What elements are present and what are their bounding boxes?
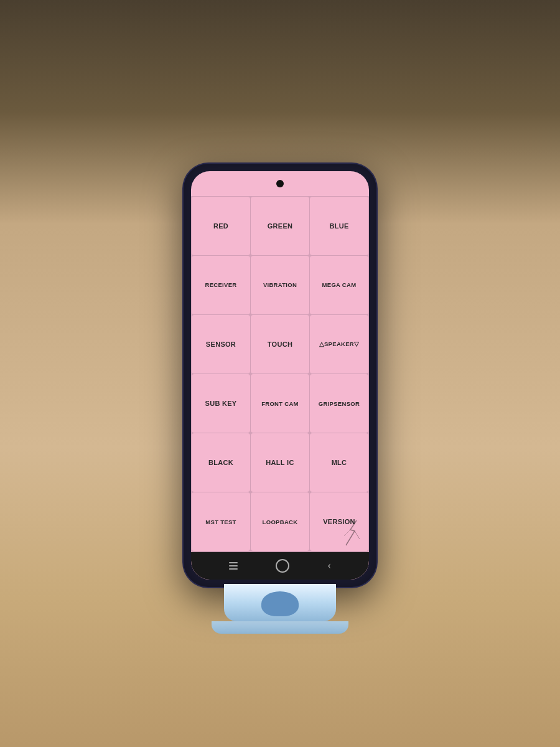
grid-cell-gripsensor[interactable]: GRIPSENSOR <box>310 374 368 433</box>
test-menu-grid: RED GREEN BLUE RECEIVER VIBRATION MEGA C… <box>191 196 369 552</box>
grid-cell-green[interactable]: GREEN <box>251 197 309 255</box>
phone-device: RED GREEN BLUE RECEIVER VIBRATION MEGA C… <box>184 164 376 587</box>
grid-cell-red[interactable]: RED <box>192 197 250 255</box>
stand-mascot <box>261 591 299 616</box>
grid-cell-sub-key[interactable]: SUB KEY <box>192 374 250 433</box>
grid-cell-hall-ic[interactable]: HALL IC <box>251 433 309 492</box>
cell-label-vibration: VIBRATION <box>263 281 297 288</box>
grid-cell-vibration[interactable]: VIBRATION <box>251 256 309 314</box>
cell-label-red: RED <box>213 222 228 230</box>
cell-label-version: VERSION <box>323 518 355 525</box>
grid-cell-loopback[interactable]: LOOPBACK <box>251 492 309 551</box>
home-button[interactable] <box>276 559 289 573</box>
cell-label-sensor: SENSOR <box>206 341 236 348</box>
phone-stand-wrapper: RED GREEN BLUE RECEIVER VIBRATION MEGA C… <box>184 164 376 634</box>
camera-hole <box>276 180 284 187</box>
cell-label-green: GREEN <box>268 222 293 230</box>
nav-line-1 <box>229 562 238 563</box>
grid-cell-front-cam[interactable]: FRONT CAM <box>251 374 309 433</box>
phone-stand <box>224 584 336 621</box>
grid-cell-mega-cam[interactable]: MEGA CAM <box>310 256 368 314</box>
grid-cell-version[interactable]: VERSION <box>310 492 368 551</box>
cell-label-sub-key: SUB KEY <box>205 400 237 407</box>
cell-label-front-cam: FRONT CAM <box>261 400 299 407</box>
cell-label-mega-cam: MEGA CAM <box>322 281 357 288</box>
stand-base <box>212 621 348 634</box>
nav-line-3 <box>229 568 238 570</box>
grid-cell-mlc[interactable]: MLC <box>310 433 368 492</box>
cell-label-speaker: △SPEAKER▽ <box>319 341 360 347</box>
grid-cell-blue[interactable]: BLUE <box>310 197 368 255</box>
grid-cell-touch[interactable]: TOUCH <box>251 315 309 374</box>
cell-label-blue: BLUE <box>329 222 348 230</box>
recent-apps-button[interactable] <box>229 562 238 570</box>
grid-cell-sensor[interactable]: SENSOR <box>192 315 250 374</box>
back-button[interactable]: ‹ <box>327 559 331 572</box>
cell-label-mlc: MLC <box>332 459 347 466</box>
grid-cell-receiver[interactable]: RECEIVER <box>192 256 250 314</box>
cell-label-receiver: RECEIVER <box>205 281 237 288</box>
grid-cell-mst-test[interactable]: MST TEST <box>192 492 250 551</box>
grid-cell-black[interactable]: BLACK <box>192 433 250 492</box>
cell-label-loopback: LOOPBACK <box>263 519 298 525</box>
cell-label-gripsensor: GRIPSENSOR <box>319 400 360 407</box>
cell-label-mst-test: MST TEST <box>205 519 236 525</box>
cell-label-touch: TOUCH <box>268 341 292 348</box>
grid-cell-speaker[interactable]: △SPEAKER▽ <box>310 315 368 374</box>
phone-screen: RED GREEN BLUE RECEIVER VIBRATION MEGA C… <box>191 171 369 580</box>
cell-label-hall-ic: HALL IC <box>266 459 294 466</box>
nav-line-2 <box>229 565 238 566</box>
cell-label-black: BLACK <box>208 459 233 466</box>
navigation-bar: ‹ <box>191 552 369 580</box>
